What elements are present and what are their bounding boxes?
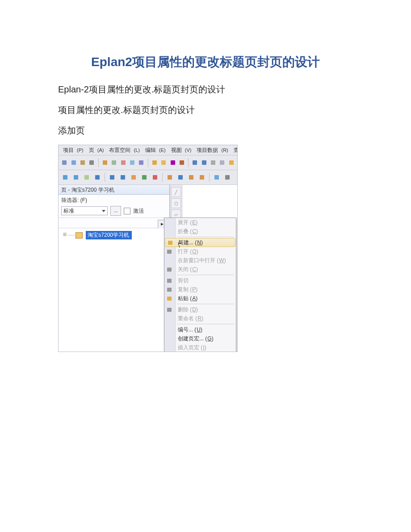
svg-rect-27 xyxy=(168,175,172,180)
toolbar-button[interactable] xyxy=(200,158,208,168)
menubar: 项目 (P)页 (A)布置空间 (L)编辑 (E)视图 (V)项目数据 (R)查… xyxy=(59,145,237,155)
menu-item-新建...[interactable]: 新建... (N) xyxy=(165,238,235,247)
svg-rect-7 xyxy=(130,160,134,165)
svg-rect-36 xyxy=(167,279,172,283)
menu-item-label: 在新窗口中打开 (W) xyxy=(178,257,226,264)
svg-rect-15 xyxy=(211,160,215,165)
toolbar-button[interactable] xyxy=(150,172,160,182)
panel-title: 页 - 淘宝s7200 学习机 xyxy=(59,185,169,195)
toolbar-button[interactable] xyxy=(101,158,109,168)
new-icon xyxy=(167,239,174,246)
svg-rect-37 xyxy=(167,288,172,292)
toolbar-button[interactable] xyxy=(165,172,175,182)
toolbar-button[interactable] xyxy=(222,172,232,182)
toolbar-button[interactable] xyxy=(168,158,176,168)
svg-rect-24 xyxy=(131,175,136,180)
svg-rect-35 xyxy=(167,268,172,272)
svg-rect-2 xyxy=(80,160,85,165)
svg-rect-6 xyxy=(121,160,126,165)
cut-icon xyxy=(166,277,173,284)
toolbar-button[interactable] xyxy=(128,158,136,168)
toolbar-button[interactable] xyxy=(197,172,207,182)
toolbar-button[interactable] xyxy=(107,172,117,182)
body-line: Eplan-2项目属性的更改.标题页封页的设计 xyxy=(58,83,353,96)
activate-checkbox[interactable] xyxy=(124,208,130,214)
menu-item-label: 插入页宏 (I) xyxy=(178,344,206,352)
toolbar-button[interactable] xyxy=(60,172,70,182)
svg-rect-32 xyxy=(225,175,230,180)
toolbar-2 xyxy=(59,170,237,185)
body-line: 添加页 xyxy=(58,124,353,137)
tree-item-project[interactable]: 淘宝s7200学习机 xyxy=(86,231,132,239)
menu-项目数据[interactable]: 项目数据 (R) xyxy=(195,147,231,154)
context-menu[interactable]: 展开 (E)折叠 (C)新建... (N)打开 (O)在新窗口中打开 (W)关闭… xyxy=(164,218,236,352)
copy-icon xyxy=(166,286,173,293)
toolbar-button[interactable] xyxy=(227,158,235,168)
menu-视图[interactable]: 视图 (V) xyxy=(169,147,195,154)
filter-combo[interactable]: 标准 xyxy=(61,206,108,215)
toolbar-button[interactable] xyxy=(110,158,118,168)
open-icon xyxy=(166,248,173,255)
svg-rect-8 xyxy=(139,160,143,165)
menu-item-编号...[interactable]: 编号... (U) xyxy=(164,325,236,334)
filter-label: 筛选器: (F) xyxy=(59,195,169,205)
svg-rect-26 xyxy=(153,175,157,180)
tool-icon[interactable]: ⬡ xyxy=(171,198,181,208)
menu-item-label: 复制 (P) xyxy=(178,286,197,293)
svg-rect-0 xyxy=(62,160,67,165)
toolbar-button[interactable] xyxy=(119,158,127,168)
menu-item-折叠: 折叠 (C) xyxy=(164,227,236,236)
toolbar-button[interactable] xyxy=(139,172,149,182)
toolbar-button[interactable] xyxy=(159,158,168,168)
svg-rect-17 xyxy=(229,160,234,165)
menu-item-label: 打开 (O) xyxy=(178,248,198,256)
menu-布置空间[interactable]: 布置空间 (L) xyxy=(107,147,143,154)
tree: ⊞ 淘宝s7200学习机 xyxy=(59,228,169,352)
toolbar-button[interactable] xyxy=(129,172,138,182)
toolbar-button[interactable] xyxy=(71,172,81,182)
menu-编辑[interactable]: 编辑 (E) xyxy=(143,147,169,154)
toolbar-button[interactable] xyxy=(178,158,186,168)
menu-item-插入页宏: 插入页宏 (I) xyxy=(164,343,236,352)
chevron-down-icon xyxy=(102,210,105,212)
svg-rect-39 xyxy=(167,308,172,312)
toolbar-button[interactable] xyxy=(176,172,185,182)
menu-项目[interactable]: 项目 (P) xyxy=(61,147,87,154)
toolbar-button[interactable] xyxy=(218,158,226,168)
menu-item-粘贴[interactable]: 粘贴 (A) xyxy=(164,294,236,303)
toolbar-button[interactable] xyxy=(118,172,128,182)
menu-item-label: 关闭 (C) xyxy=(178,266,198,273)
toolbar-button[interactable] xyxy=(69,158,77,168)
toolbar-button[interactable] xyxy=(88,158,96,168)
svg-rect-13 xyxy=(193,160,197,165)
svg-rect-29 xyxy=(189,175,193,180)
toolbar-button[interactable] xyxy=(137,158,145,168)
svg-rect-11 xyxy=(171,160,175,165)
filter-browse-button[interactable]: ... xyxy=(110,206,121,216)
body-line: 项目属性的更改.标题页封页的设计 xyxy=(58,104,353,116)
menu-item-label: 折叠 (C) xyxy=(178,228,198,235)
menu-查找[interactable]: 查找 (F) xyxy=(232,147,238,154)
svg-rect-14 xyxy=(202,160,206,165)
toolbar-button[interactable] xyxy=(60,158,68,168)
toolbar-button[interactable] xyxy=(79,158,87,168)
toolbar-button[interactable] xyxy=(212,172,222,182)
menu-item-打开: 打开 (O) xyxy=(164,247,236,256)
menu-item-创建页宏...[interactable]: 创建页宏... (G) xyxy=(164,334,236,343)
toolbar-button[interactable] xyxy=(191,158,199,168)
menu-页[interactable]: 页 (A) xyxy=(87,147,108,154)
page-title: Eplan2项目属性的更改标题页封页的设计 xyxy=(58,54,353,71)
tool-icon[interactable]: ╱ xyxy=(171,187,181,197)
toolbar-button[interactable] xyxy=(150,158,158,168)
toolbar-button[interactable] xyxy=(209,158,217,168)
svg-rect-1 xyxy=(71,160,76,165)
menu-item-复制: 复制 (P) xyxy=(164,285,236,294)
toolbar-button[interactable] xyxy=(82,172,92,182)
svg-rect-4 xyxy=(103,160,107,165)
toolbar-button[interactable] xyxy=(92,172,102,182)
paste-icon xyxy=(166,295,173,302)
menu-item-关闭: 关闭 (C) xyxy=(164,265,236,274)
toolbar-button[interactable] xyxy=(186,172,196,182)
svg-rect-38 xyxy=(167,297,172,301)
menu-item-label: 重命名 (R) xyxy=(178,315,203,323)
